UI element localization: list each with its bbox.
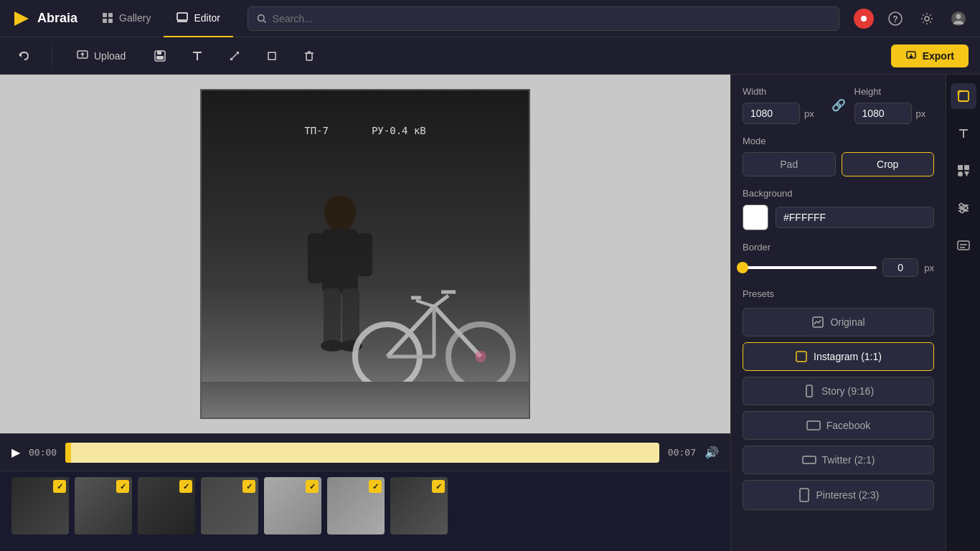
preset-story-label: Story (9:16) [821, 385, 874, 397]
upload-button[interactable]: Upload [67, 46, 136, 66]
link-dimensions-icon[interactable]: 🔗 [831, 98, 846, 112]
height-input[interactable]: 1080 [854, 103, 912, 124]
preset-twitter-button[interactable]: Twitter (2:1) [743, 446, 934, 474]
height-input-row: 1080 px [854, 103, 935, 124]
width-label: Width [743, 86, 823, 97]
svg-marker-0 [14, 11, 29, 26]
bike-silhouette [348, 270, 520, 392]
width-group: Width 1080 px [743, 86, 823, 124]
user-icon[interactable] [948, 9, 969, 29]
canvas-wrapper[interactable]: ТП-7 РУ-0.4 кВ [0, 75, 730, 433]
undo-button[interactable] [11, 43, 37, 69]
timeline-progress [65, 443, 71, 463]
export-icon [905, 50, 917, 62]
thumb-item-2[interactable]: ✓ [75, 477, 132, 534]
thumb-item-4[interactable]: ✓ [201, 477, 258, 534]
save-button[interactable] [147, 43, 173, 69]
thumb-item-3[interactable]: ✓ [138, 477, 195, 534]
scale-button[interactable] [222, 43, 248, 69]
bg-row: #FFFFFF [743, 204, 934, 230]
nav-icons: ? [854, 9, 980, 29]
save-icon [154, 50, 166, 62]
rs-elements-icon[interactable] [951, 158, 976, 184]
thumb-item-1[interactable]: ✓ [11, 477, 69, 534]
crop-button[interactable] [259, 43, 285, 69]
crop-mode-button[interactable]: Crop [842, 152, 935, 176]
thumb-item-7[interactable]: ✓ [390, 477, 448, 534]
volume-icon[interactable]: 🔊 [705, 446, 719, 459]
border-label: Border [743, 242, 934, 253]
toolbar: Upload [0, 37, 980, 75]
slider-track [743, 266, 877, 269]
editor-label: Editor [194, 12, 220, 24]
rs-text-icon-svg [956, 126, 971, 141]
bg-color-swatch[interactable] [743, 204, 768, 230]
svg-rect-20 [157, 51, 161, 55]
canvas-image: ТП-7 РУ-0.4 кВ [200, 89, 530, 419]
svg-rect-37 [357, 233, 372, 276]
svg-rect-59 [958, 91, 969, 101]
svg-rect-2 [108, 13, 113, 17]
rs-adjust-icon[interactable] [951, 195, 976, 221]
svg-rect-56 [807, 421, 820, 430]
pad-button[interactable]: Pad [743, 152, 836, 176]
preset-instagram-button[interactable]: Instagram (1:1) [743, 342, 934, 371]
svg-line-8 [263, 20, 265, 22]
preset-original-button[interactable]: Original [743, 308, 934, 336]
svg-point-34 [324, 195, 356, 231]
thumb-check-7: ✓ [432, 480, 445, 493]
trash-icon [303, 50, 316, 62]
delete-button[interactable] [296, 43, 322, 69]
help-icon[interactable]: ? [885, 9, 905, 29]
mode-row: Pad Crop [743, 152, 934, 176]
logo-icon [11, 9, 32, 29]
svg-rect-28 [306, 53, 312, 60]
bg-color-input[interactable]: #FFFFFF [776, 207, 934, 228]
canvas-area: ТП-7 РУ-0.4 кВ [0, 75, 730, 551]
width-input[interactable]: 1080 [743, 103, 800, 124]
svg-rect-74 [958, 241, 969, 250]
preset-pinterest-button[interactable]: Pinterest (2:3) [743, 480, 934, 510]
border-value-input[interactable]: 0 [882, 258, 918, 277]
border-slider[interactable] [743, 260, 877, 275]
upload-label: Upload [94, 50, 126, 62]
preset-story-button[interactable]: Story (9:16) [743, 377, 934, 405]
thumb-check-4: ✓ [242, 480, 255, 493]
search-box[interactable] [248, 6, 839, 31]
thumb-check-5: ✓ [306, 480, 319, 493]
preset-facebook-label: Facebook [826, 420, 870, 431]
photo-text-1: ТП-7 [304, 125, 329, 136]
search-icon [257, 14, 267, 24]
thumb-item-5[interactable]: ✓ [264, 477, 321, 534]
record-icon[interactable] [854, 9, 874, 29]
story-icon [803, 385, 816, 397]
preset-facebook-button[interactable]: Facebook [743, 411, 934, 440]
dimensions-row: Width 1080 px 🔗 Height 1080 px [743, 86, 934, 124]
current-time: 00:00 [29, 447, 57, 458]
export-label: Export [923, 50, 954, 62]
settings-icon[interactable] [917, 9, 937, 29]
question-icon: ? [888, 11, 903, 26]
editor-tab[interactable]: Editor [164, 0, 233, 37]
logo: Abraia [0, 9, 89, 29]
play-button[interactable]: ▶ [11, 446, 20, 459]
height-group: Height 1080 px [854, 86, 935, 124]
search-input[interactable] [273, 13, 830, 24]
thumb-check-3: ✓ [179, 480, 192, 493]
svg-line-48 [434, 296, 448, 306]
avatar-icon [951, 11, 966, 27]
svg-rect-27 [268, 52, 275, 60]
rs-caption-icon[interactable] [951, 232, 976, 258]
timeline-bar[interactable] [65, 443, 659, 463]
thumb-check-2: ✓ [116, 480, 129, 493]
thumb-item-6[interactable]: ✓ [327, 477, 385, 534]
gallery-tab[interactable]: Gallery [89, 0, 164, 37]
text-button[interactable] [184, 43, 210, 69]
svg-line-44 [387, 306, 434, 357]
timeline: ▶ 00:00 00:07 🔊 [0, 433, 730, 471]
rs-text-icon[interactable] [951, 121, 976, 146]
svg-rect-5 [177, 13, 187, 20]
right-panel: Width 1080 px 🔗 Height 1080 px Mode [730, 75, 946, 551]
export-button[interactable]: Export [891, 44, 969, 67]
rs-crop-icon[interactable] [951, 83, 976, 109]
